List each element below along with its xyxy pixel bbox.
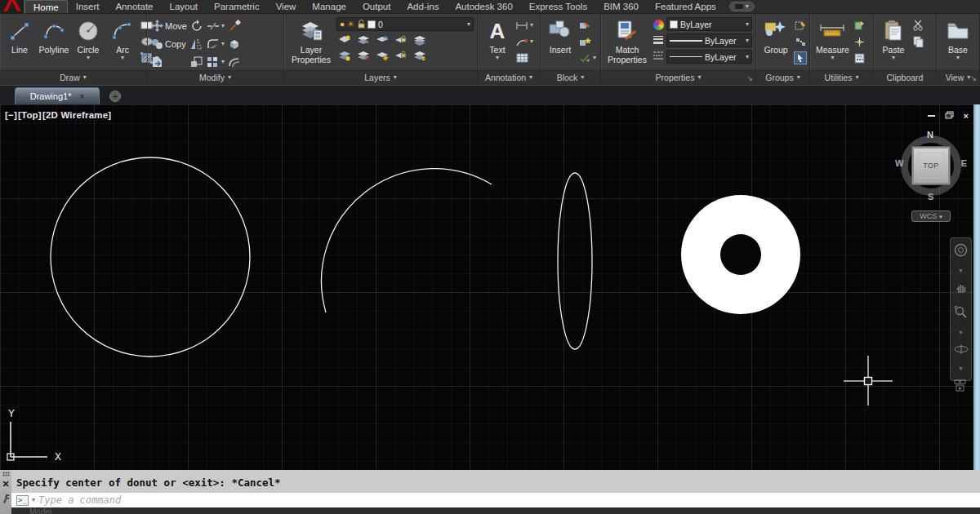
- fillet-icon[interactable]: [207, 38, 220, 51]
- group-button[interactable]: Group: [760, 16, 792, 55]
- layer-lock-icon[interactable]: [394, 33, 408, 47]
- paste-flyout-arrow[interactable]: ▾: [892, 55, 895, 61]
- chevron-down-icon[interactable]: ▾: [959, 268, 962, 274]
- showmotion-icon[interactable]: [954, 379, 968, 395]
- array-flyout-arrow[interactable]: ▾: [221, 59, 225, 65]
- application-menu-button[interactable]: [0, 0, 24, 14]
- tab-layout[interactable]: Layout: [162, 0, 207, 13]
- circle-flyout-arrow[interactable]: ▾: [87, 55, 90, 61]
- panel-label-modify[interactable]: Modify▾: [147, 70, 283, 84]
- dimension-flyout-arrow[interactable]: ▾: [530, 22, 533, 29]
- erase-icon[interactable]: [228, 20, 241, 33]
- linetype-icon[interactable]: [652, 49, 665, 62]
- match-properties-button[interactable]: Match Properties: [604, 16, 650, 65]
- customize-wrench-icon[interactable]: [2, 492, 11, 507]
- layer-properties-button[interactable]: Layer Properties: [287, 16, 335, 65]
- panel-label-properties[interactable]: Properties▾↘: [601, 70, 755, 84]
- layer-off-icon[interactable]: [338, 33, 351, 47]
- panel-label-groups[interactable]: Groups▾: [756, 70, 809, 84]
- paste-button[interactable]: Paste ▾: [877, 16, 910, 62]
- layer-unlock-all-icon[interactable]: [394, 49, 408, 62]
- panel-label-clipboard[interactable]: Clipboard: [874, 70, 936, 84]
- color-dropdown[interactable]: ByLayer▾: [666, 17, 752, 31]
- fillet-flyout-arrow[interactable]: ▾: [221, 41, 225, 47]
- layer-unisolate-icon[interactable]: [357, 49, 370, 62]
- command-line-rail[interactable]: ✕: [0, 470, 11, 514]
- linetype-dropdown[interactable]: ByLayer▾: [666, 50, 752, 64]
- stretch-icon[interactable]: [150, 55, 163, 69]
- arc-flyout-arrow[interactable]: ▾: [121, 55, 124, 61]
- entity-arc[interactable]: [322, 169, 492, 312]
- dialog-launcher-icon[interactable]: ↘: [746, 74, 753, 82]
- tab-parametric[interactable]: Parametric: [206, 0, 268, 13]
- layer-isolate-icon[interactable]: [357, 33, 370, 47]
- viewcube-north[interactable]: N: [927, 130, 933, 140]
- text-button[interactable]: A Text ▾: [481, 16, 514, 62]
- viewcube-top-face[interactable]: TOP: [912, 147, 950, 184]
- zoom-icon[interactable]: [954, 305, 968, 322]
- tab-close-icon[interactable]: ×: [79, 92, 84, 101]
- quickcalc-icon[interactable]: [853, 51, 866, 64]
- chevron-down-icon[interactable]: ▾: [467, 21, 470, 28]
- explode-icon[interactable]: [228, 38, 241, 51]
- layer-previous-icon[interactable]: [413, 49, 426, 62]
- layer-on-all-icon[interactable]: [338, 49, 351, 62]
- entity-ellipse[interactable]: [558, 173, 592, 349]
- panel-label-draw[interactable]: Draw▾: [0, 70, 146, 84]
- leader-icon[interactable]: [515, 35, 528, 48]
- tab-bim-360[interactable]: BIM 360: [595, 0, 647, 13]
- id-point-icon[interactable]: [853, 35, 866, 48]
- mirror-icon[interactable]: [190, 38, 203, 51]
- dialog-launcher-icon[interactable]: ↘: [970, 74, 977, 82]
- trim-flyout-arrow[interactable]: ▾: [221, 23, 225, 29]
- model-tab-label[interactable]: Model: [29, 507, 51, 514]
- text-flyout-arrow[interactable]: ▾: [496, 55, 499, 61]
- offset-icon[interactable]: [228, 55, 241, 69]
- entity-donut[interactable]: [681, 195, 800, 314]
- arc-button[interactable]: Arc ▾: [106, 16, 139, 62]
- drag-handle-icon[interactable]: [2, 472, 10, 476]
- wcs-dropdown[interactable]: WCS▾: [911, 210, 951, 222]
- tab-add-ins[interactable]: Add-ins: [399, 0, 447, 13]
- screencast-button[interactable]: ▾: [729, 2, 755, 11]
- command-input-row[interactable]: >_ ▾ Type a command: [11, 493, 980, 507]
- new-tab-button[interactable]: +: [109, 91, 121, 102]
- tab-home[interactable]: Home: [24, 0, 68, 13]
- scale-icon[interactable]: [190, 55, 203, 69]
- recent-commands-arrow[interactable]: ▾: [32, 497, 35, 503]
- lineweight-icon[interactable]: [652, 33, 665, 47]
- base-flyout-arrow[interactable]: ▾: [956, 55, 960, 61]
- copy-clip-icon[interactable]: [911, 35, 924, 48]
- entity-circle[interactable]: [51, 157, 250, 357]
- viewcube-east[interactable]: E: [961, 158, 967, 168]
- viewcube-west[interactable]: W: [895, 158, 903, 168]
- tab-annotate[interactable]: Annotate: [107, 0, 161, 13]
- command-input-placeholder[interactable]: Type a command: [38, 494, 121, 506]
- insert-button[interactable]: Insert: [544, 16, 577, 55]
- base-button[interactable]: Base ▾: [942, 16, 974, 62]
- tab-autodesk-360[interactable]: Autodesk 360: [447, 0, 520, 13]
- circle-button[interactable]: Circle ▾: [72, 16, 105, 62]
- tab-insert[interactable]: Insert: [68, 0, 108, 13]
- navigation-wheel-icon[interactable]: [954, 243, 968, 260]
- object-color-icon[interactable]: [652, 18, 665, 31]
- chevron-down-icon[interactable]: ▾: [959, 330, 962, 336]
- block-edit-icon[interactable]: [578, 19, 591, 32]
- layer-dropdown[interactable]: ● ☀ 0 ▾: [336, 17, 474, 31]
- move-button[interactable]: Move: [150, 20, 187, 33]
- block-create-icon[interactable]: [578, 35, 591, 48]
- pan-icon[interactable]: [955, 281, 968, 298]
- tab-manage[interactable]: Manage: [304, 0, 354, 13]
- group-selection-toggle-icon[interactable]: [794, 51, 807, 64]
- measure-flyout-arrow[interactable]: ▾: [831, 55, 834, 61]
- leader-flyout-arrow[interactable]: ▾: [530, 38, 533, 45]
- block-attribute-icon[interactable]: [578, 51, 591, 64]
- viewcube[interactable]: N W E S TOP: [897, 131, 965, 200]
- dimension-icon[interactable]: [515, 19, 528, 32]
- panel-label-view[interactable]: View▾↘: [937, 70, 979, 84]
- layer-thaw-all-icon[interactable]: [376, 49, 389, 62]
- tab-output[interactable]: Output: [354, 0, 399, 13]
- chevron-down-icon[interactable]: ▾: [959, 366, 962, 372]
- quick-select-icon[interactable]: [853, 19, 866, 32]
- drawing-tab[interactable]: Drawing1* ×: [15, 87, 100, 104]
